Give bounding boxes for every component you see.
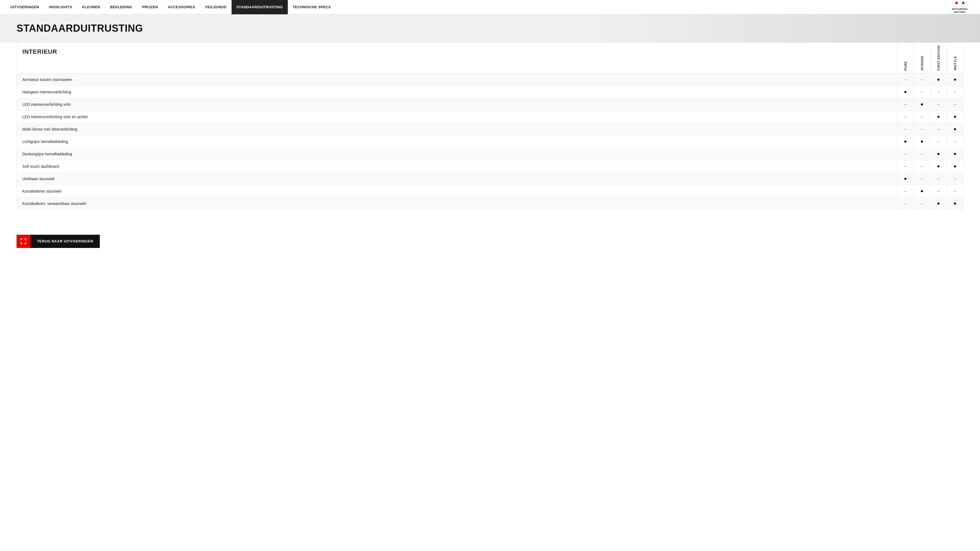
table-row: Soft touch dashboard––●● [17, 160, 963, 173]
nav-standaarduitrusting[interactable]: STANDAARDUITRUSTING [232, 0, 288, 14]
features-table: INTERIEUR PURE INTENSE FIRST EDITION INS… [16, 43, 964, 210]
dash-icon: – [904, 102, 907, 107]
dot-icon: ● [904, 138, 907, 144]
feature-cells: ––●● [897, 73, 963, 86]
content-area: INTERIEUR PURE INTENSE FIRST EDITION INS… [0, 43, 980, 227]
dash-icon: – [920, 76, 923, 83]
table-row: LED interieurverlichting vóór en achter–… [17, 111, 963, 123]
dot-icon: ● [953, 164, 956, 169]
table-row: Multi-Sense met sfeerverlichting–––● [17, 123, 963, 135]
cell-first_edition: – [930, 173, 947, 185]
nav-highlights[interactable]: HIGHLIGHTS [44, 0, 77, 14]
nav-veiligheid[interactable]: VEILIGHEID [200, 0, 232, 14]
main-nav: UITVOERINGEN HIGHLIGHTS KLEUREN BEKLEDIN… [0, 0, 980, 14]
cell-first_edition: ● [930, 160, 947, 173]
svg-marker-1 [955, 1, 958, 4]
table-row: LED interieurverlichting vóór–●–– [17, 98, 963, 111]
dash-icon: – [937, 102, 940, 107]
cell-instyle: ● [947, 111, 963, 123]
feature-name: Multi-Sense met sfeerverlichting [17, 124, 897, 134]
dash-icon: – [953, 188, 956, 194]
cell-first_edition: – [930, 185, 947, 197]
cell-first_edition: – [930, 98, 947, 111]
table-row: Urethaan stuurwiel●––– [17, 173, 963, 185]
nav-accessoires[interactable]: ACCESSOIRES [163, 0, 200, 14]
dash-icon: – [937, 176, 940, 181]
feature-cells: –●–– [897, 98, 963, 111]
cell-first_edition: ● [930, 197, 947, 210]
cell-pure: – [897, 185, 913, 197]
col-header-first-edition: FIRST EDITION [930, 43, 947, 73]
nav-uitvoeringen[interactable]: UITVOERINGEN [5, 0, 44, 14]
nav-kleuren[interactable]: KLEUREN [77, 0, 105, 14]
feature-name: Donkergrijze hemelbekleding [17, 149, 897, 159]
page-title: STANDAARDUITRUSTING [16, 22, 964, 34]
feature-name: LED interieurverlichting vóór [17, 100, 897, 110]
dash-icon: – [953, 138, 956, 144]
dot-icon: ● [953, 151, 956, 157]
cell-pure: ● [897, 173, 913, 185]
page-header: STANDAARDUITRUSTING [0, 14, 980, 43]
cell-intense: – [913, 148, 930, 160]
cell-first_edition: – [930, 123, 947, 135]
feature-name: Kunstlederen, verwarmbaar stuurwiel [17, 198, 897, 208]
back-icon [16, 235, 30, 248]
cell-intense: ● [913, 98, 930, 111]
footer-area: TERUG NAAR UITVOERINGEN [0, 227, 980, 259]
dash-icon: – [953, 102, 956, 107]
cell-pure: – [897, 73, 913, 86]
dash-icon: – [920, 126, 923, 132]
cell-instyle: ● [947, 148, 963, 160]
cell-intense: – [913, 123, 930, 135]
cell-first_edition: ● [930, 73, 947, 86]
cell-intense: ● [913, 135, 930, 148]
dot-icon: ● [953, 200, 956, 206]
section-header: INTERIEUR PURE INTENSE FIRST EDITION INS… [17, 43, 963, 73]
cell-instyle: – [947, 86, 963, 98]
nav-prijzen[interactable]: PRIJZEN [137, 0, 163, 14]
cell-intense: – [913, 160, 930, 173]
cell-first_edition: – [930, 135, 947, 148]
dash-icon: – [904, 164, 907, 169]
mitsubishi-logo-icon [953, 0, 966, 8]
cell-intense: – [913, 86, 930, 98]
feature-cells: ––●● [897, 148, 963, 160]
feature-cells: ●●–– [897, 135, 963, 148]
dash-icon: – [920, 176, 923, 181]
cell-pure: ● [897, 86, 913, 98]
table-row: Kunstlederen, verwarmbaar stuurwiel––●● [17, 197, 963, 210]
table-row: Halogeen interieurverlichting●––– [17, 86, 963, 98]
dash-icon: – [920, 200, 923, 206]
cell-pure: – [897, 160, 913, 173]
nav-technische-specs[interactable]: TECHNISCHE SPECS [288, 0, 336, 14]
column-headers: PURE INTENSE FIRST EDITION INSTYLE [897, 43, 963, 73]
feature-name: LED interieurverlichting vóór en achter [17, 112, 897, 122]
dash-icon: – [937, 138, 940, 144]
cell-first_edition: ● [930, 111, 947, 123]
feature-name: Halogeen interieurverlichting [17, 87, 897, 97]
dash-icon: – [904, 114, 907, 119]
cell-pure: – [897, 123, 913, 135]
table-row: Armsteun tussen voorstoelen––●● [17, 73, 963, 86]
back-button[interactable]: TERUG NAAR UITVOERINGEN [16, 235, 100, 248]
nav-bekleding[interactable]: BEKLEDING [105, 0, 137, 14]
col-header-intense: INTENSE [913, 43, 930, 73]
table-row: Kunstlederen stuurwiel–●–– [17, 185, 963, 197]
feature-rows: Armsteun tussen voorstoelen––●●Halogeen … [17, 73, 963, 210]
dash-icon: – [904, 76, 907, 83]
feature-name: Urethaan stuurwiel [17, 174, 897, 184]
cell-intense: – [913, 197, 930, 210]
cell-intense: ● [913, 185, 930, 197]
table-row: Lichtgrijze hemelbekleding●●–– [17, 135, 963, 148]
feature-cells: ––●● [897, 111, 963, 123]
dot-icon: ● [937, 164, 940, 169]
cell-intense: – [913, 173, 930, 185]
svg-marker-2 [961, 1, 965, 4]
expand-icon [20, 238, 27, 245]
dot-icon: ● [953, 126, 956, 132]
dash-icon: – [920, 114, 923, 119]
dash-icon: – [920, 89, 923, 95]
cell-instyle: – [947, 98, 963, 111]
cell-pure: – [897, 148, 913, 160]
dash-icon: – [904, 200, 907, 206]
